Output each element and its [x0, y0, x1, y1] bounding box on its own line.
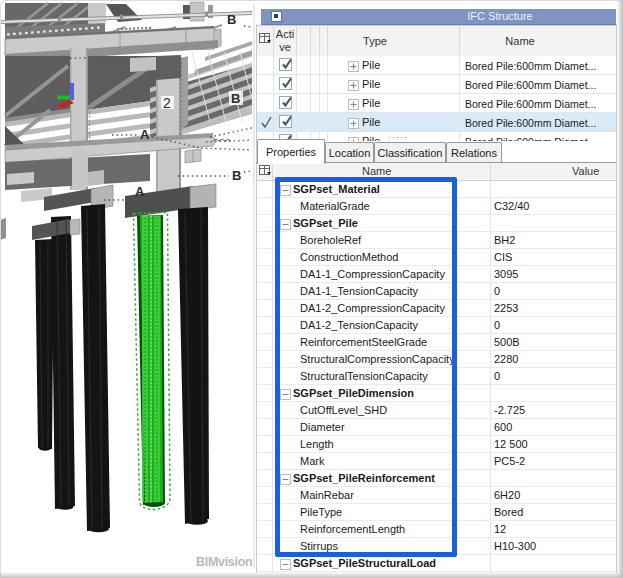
svg-text:A: A: [135, 184, 145, 199]
svg-text:2: 2: [163, 95, 171, 111]
svg-text:BIMvision: BIMvision: [196, 555, 252, 569]
svg-text:A: A: [140, 127, 150, 142]
svg-text:B: B: [232, 168, 241, 183]
svg-text:B: B: [227, 12, 236, 27]
svg-text:B: B: [231, 91, 240, 106]
